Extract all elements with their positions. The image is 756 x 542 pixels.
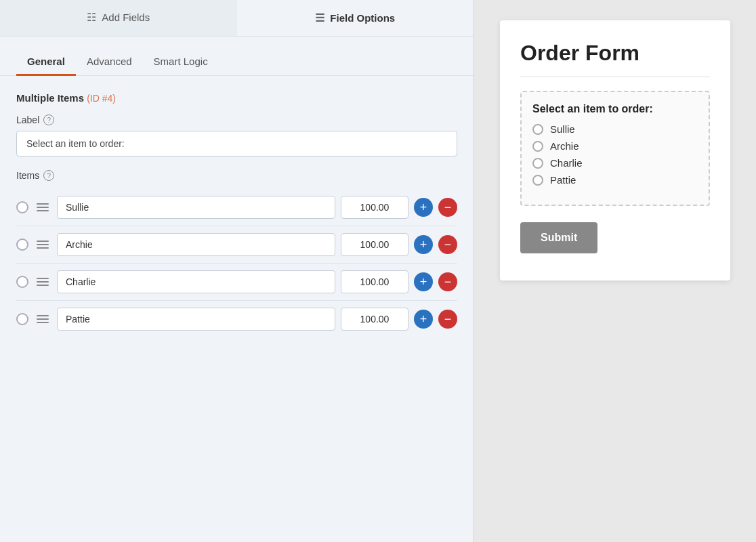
item-add-2[interactable]: + xyxy=(414,272,433,291)
form-radio-item-2: Charlie xyxy=(532,157,698,169)
content-area: Multiple Items (ID #4) Label ? Items ? xyxy=(0,76,474,542)
item-price-1[interactable] xyxy=(341,233,408,256)
toolbar: ☷ Add Fields ☰ Field Options xyxy=(0,0,474,37)
items-list: + − + − + xyxy=(16,189,457,337)
item-price-3[interactable] xyxy=(341,308,408,331)
form-title: Order Form xyxy=(520,41,710,66)
form-divider xyxy=(520,77,710,77)
section-id: (ID #4) xyxy=(87,93,116,104)
item-add-0[interactable]: + xyxy=(414,198,433,217)
right-panel: Order Form Select an item to order: Sull… xyxy=(474,0,756,542)
add-fields-label: Add Fields xyxy=(102,12,150,23)
item-remove-2[interactable]: − xyxy=(438,272,457,291)
label-field-row: Label ? xyxy=(16,114,457,125)
form-radio-circle-1[interactable] xyxy=(532,141,543,152)
form-field-box: Select an item to order: Sullie Archie C… xyxy=(520,91,710,206)
submit-button[interactable]: Submit xyxy=(520,222,597,253)
form-radio-item-3: Pattie xyxy=(532,174,698,186)
item-remove-1[interactable]: − xyxy=(438,235,457,254)
item-name-0[interactable] xyxy=(57,196,335,219)
label-help-icon[interactable]: ? xyxy=(43,114,54,125)
item-radio-0[interactable] xyxy=(16,201,28,213)
item-name-3[interactable] xyxy=(57,308,335,331)
item-radio-2[interactable] xyxy=(16,276,28,288)
form-radio-circle-2[interactable] xyxy=(532,158,543,169)
items-text: Items xyxy=(16,170,39,181)
left-panel: ☷ Add Fields ☰ Field Options General Adv… xyxy=(0,0,474,542)
form-radio-item-0: Sullie xyxy=(532,123,698,135)
drag-handle-0[interactable] xyxy=(34,203,51,211)
form-field-label: Select an item to order: xyxy=(532,103,698,115)
section-title: Multiple Items (ID #4) xyxy=(16,92,457,104)
label-input[interactable] xyxy=(16,131,457,157)
item-row: + − xyxy=(16,264,457,301)
tab-general[interactable]: General xyxy=(16,49,76,76)
item-radio-3[interactable] xyxy=(16,313,28,325)
field-options-icon: ☰ xyxy=(315,12,324,24)
form-radio-circle-0[interactable] xyxy=(532,124,543,135)
drag-handle-3[interactable] xyxy=(34,315,51,323)
form-radio-label-0: Sullie xyxy=(550,123,575,135)
item-price-2[interactable] xyxy=(341,270,408,293)
items-help-icon[interactable]: ? xyxy=(43,170,54,181)
add-fields-tab[interactable]: ☷ Add Fields xyxy=(0,0,237,36)
drag-handle-1[interactable] xyxy=(34,241,51,249)
item-row: + − xyxy=(16,189,457,226)
item-add-1[interactable]: + xyxy=(414,235,433,254)
form-radio-label-2: Charlie xyxy=(550,157,583,169)
tabs-nav: General Advanced Smart Logic xyxy=(0,37,474,76)
item-price-0[interactable] xyxy=(341,196,408,219)
field-options-label: Field Options xyxy=(330,12,395,24)
items-label-row: Items ? xyxy=(16,170,457,181)
form-radio-item-1: Archie xyxy=(532,140,698,152)
item-name-1[interactable] xyxy=(57,233,335,256)
item-remove-0[interactable]: − xyxy=(438,198,457,217)
item-radio-1[interactable] xyxy=(16,238,28,251)
tab-smart-logic[interactable]: Smart Logic xyxy=(143,49,219,76)
form-preview: Order Form Select an item to order: Sull… xyxy=(500,20,730,280)
item-row: + − xyxy=(16,226,457,264)
form-radio-label-3: Pattie xyxy=(550,174,576,186)
tab-advanced[interactable]: Advanced xyxy=(76,49,143,76)
add-fields-icon: ☷ xyxy=(87,11,96,24)
item-add-3[interactable]: + xyxy=(414,310,433,329)
field-options-tab[interactable]: ☰ Field Options xyxy=(237,0,474,36)
item-remove-3[interactable]: − xyxy=(438,310,457,329)
item-row: + − xyxy=(16,301,457,337)
form-radio-circle-3[interactable] xyxy=(532,175,543,186)
drag-handle-2[interactable] xyxy=(34,278,51,286)
item-name-2[interactable] xyxy=(57,270,335,293)
label-text: Label xyxy=(16,114,39,125)
form-radio-label-1: Archie xyxy=(550,140,579,152)
